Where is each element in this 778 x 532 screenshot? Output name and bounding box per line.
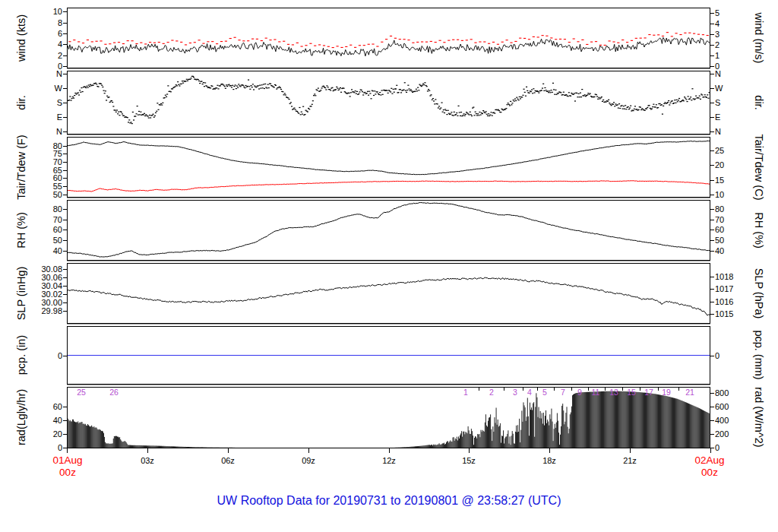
right-axis-tick <box>710 34 714 35</box>
radiation-bar <box>582 392 583 448</box>
wind_direction_deg-point <box>249 89 251 90</box>
peak_wind_10min-point <box>216 43 218 44</box>
wind_direction_deg-point <box>451 112 452 112</box>
radiation-bar <box>433 445 434 448</box>
rad-hour-label: 13 <box>609 388 618 397</box>
wind_direction_deg-point <box>237 87 239 88</box>
radiation-bar <box>596 391 596 448</box>
radiation-bar <box>631 391 631 448</box>
wind_direction_deg-point <box>201 81 202 82</box>
radiation-bar <box>450 440 451 448</box>
wind_direction_deg-point <box>69 96 71 97</box>
radiation-bar <box>125 442 126 448</box>
wind-plot <box>68 8 710 68</box>
x-axis-tick-label: 18z <box>542 456 556 465</box>
wind_direction_deg-point <box>85 87 87 88</box>
wind_direction_deg-point <box>515 100 517 101</box>
right-tick-label: N <box>715 128 721 136</box>
rad-left-axis-title: rad(Lgly/hr) <box>15 389 27 445</box>
radiation-bar <box>587 392 587 448</box>
wind_direction_deg-point <box>406 92 407 93</box>
wind_direction_deg-point <box>607 101 609 102</box>
peak_wind_10min-point <box>666 32 669 33</box>
radiation-bar <box>198 447 198 448</box>
radiation-bar <box>429 445 430 448</box>
left-axis-tick <box>63 294 67 295</box>
radiation-bar <box>469 430 470 448</box>
rad-hour-label: 9 <box>577 388 582 397</box>
wind_direction_deg-point <box>494 113 495 114</box>
radiation-bar <box>604 391 605 448</box>
radiation-bar <box>76 422 77 448</box>
radiation-bar <box>171 446 172 448</box>
wind_direction_deg-point <box>232 89 234 90</box>
panel-temp <box>67 137 710 198</box>
radiation-bar <box>664 396 665 448</box>
wind_direction_deg-point <box>420 85 422 86</box>
wind_direction_deg-point <box>137 106 138 106</box>
peak_wind_10min-point <box>559 39 561 40</box>
wind_direction_deg-point <box>579 97 580 97</box>
wind_direction_deg-point <box>438 107 439 108</box>
left-tick-label: 50 <box>27 236 62 245</box>
relative_humidity_pct-trace <box>68 203 710 258</box>
wind_direction_deg-point <box>662 114 663 115</box>
peak_wind_10min-point <box>546 36 548 36</box>
peak_wind_10min-point <box>368 44 370 45</box>
radiation-bar <box>542 413 542 448</box>
wind_direction_deg-point <box>517 99 518 100</box>
wind_direction_deg-point <box>439 109 441 109</box>
wind_direction_deg-point <box>429 95 431 96</box>
right-tick-label: 70 <box>715 216 724 224</box>
left-tick-label: 29.98 <box>27 307 62 315</box>
wind_direction_deg-point <box>527 90 528 91</box>
radiation-bar <box>552 409 552 448</box>
wind_direction_deg-point <box>560 92 561 93</box>
peak_wind_10min-point <box>679 34 682 35</box>
wind_direction_deg-point <box>323 86 324 87</box>
radiation-bar <box>659 394 659 448</box>
radiation-bar <box>158 446 159 448</box>
wind_direction_deg-point <box>182 81 183 81</box>
radiation-bar <box>489 418 489 448</box>
radiation-bar <box>127 444 128 448</box>
wind_direction_deg-point <box>609 104 611 105</box>
radiation-bar <box>415 446 416 448</box>
radiation-bar <box>104 437 105 448</box>
wind_direction_deg-point <box>611 105 612 106</box>
radiation-bar <box>162 446 163 448</box>
radiation-bar <box>152 445 153 448</box>
left-tick-label: 70 <box>27 158 62 166</box>
wind_direction_deg-point <box>641 108 643 109</box>
wind_direction_deg-point <box>329 89 330 90</box>
radiation-bar <box>107 444 108 448</box>
wind_direction_deg-point <box>284 93 286 93</box>
radiation-bar <box>186 447 187 448</box>
radiation-bar <box>147 445 147 448</box>
radiation-bar <box>546 423 547 448</box>
wind_direction_deg-point <box>521 97 523 97</box>
radiation-bar <box>642 392 643 448</box>
wind_direction_deg-point <box>282 91 283 92</box>
radiation-bar <box>132 445 133 448</box>
wind_direction_deg-point <box>407 85 409 86</box>
peak_wind_10min-point <box>416 42 419 43</box>
wind_direction_deg-point <box>514 99 516 100</box>
wind_direction_deg-point <box>644 110 646 111</box>
radiation-bar <box>635 392 636 448</box>
radiation-bar <box>464 434 465 448</box>
radiation-bar <box>627 391 628 448</box>
peak_wind_10min-point <box>278 41 280 42</box>
rad-top-tick <box>504 388 504 391</box>
wind_direction_deg-point <box>698 97 700 98</box>
radiation-bar <box>419 446 419 448</box>
wind_direction_deg-point <box>138 111 140 112</box>
left-axis-tick <box>63 33 67 34</box>
wind_direction_deg-point <box>636 109 637 109</box>
wind_direction_deg-point <box>350 92 352 93</box>
wind_direction_deg-point <box>88 84 90 85</box>
peak_wind_10min-point <box>430 41 432 42</box>
radiation-bar <box>99 429 100 448</box>
right-axis-tick <box>710 407 714 407</box>
radiation-bar <box>143 445 144 448</box>
